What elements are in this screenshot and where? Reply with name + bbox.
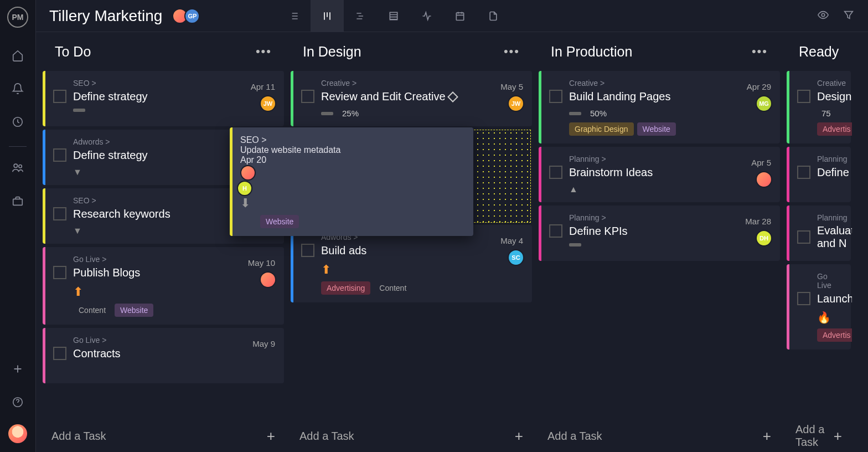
- add-task-button[interactable]: Add a Task+: [42, 420, 285, 452]
- people-icon[interactable]: [7, 157, 29, 179]
- task-checkbox[interactable]: [53, 148, 66, 162]
- assignee-avatar[interactable]: [260, 271, 276, 288]
- column-menu-icon[interactable]: •••: [752, 44, 768, 59]
- card-breadcrumb[interactable]: SEO >: [73, 79, 274, 88]
- task-checkbox[interactable]: [549, 90, 562, 103]
- card-breadcrumb[interactable]: Go Live: [817, 272, 841, 290]
- tag[interactable]: Website: [115, 304, 153, 317]
- task-card[interactable]: Planning >Brainstorm IdeasApr 5▲: [539, 147, 780, 202]
- view-board-icon[interactable]: [311, 0, 344, 32]
- notifications-icon[interactable]: [7, 78, 29, 100]
- card-breadcrumb[interactable]: Go Live >: [73, 255, 274, 264]
- column-title: To Do: [55, 44, 91, 60]
- card-title: Design: [817, 90, 851, 103]
- card-title: Define KPIs: [569, 225, 770, 238]
- task-checkbox[interactable]: [549, 224, 562, 238]
- assignee-avatar[interactable]: SC: [508, 249, 524, 266]
- card-meta: 25%: [321, 109, 522, 118]
- tag[interactable]: Graphic Design: [569, 122, 634, 136]
- task-checkbox[interactable]: [53, 90, 66, 103]
- assignee-avatar[interactable]: JW: [508, 95, 524, 112]
- task-card[interactable]: Go Live >ContractsMay 9: [43, 328, 284, 383]
- visibility-icon[interactable]: [817, 9, 829, 23]
- card-breadcrumb[interactable]: Planning: [817, 213, 841, 222]
- view-activity-icon[interactable]: [410, 0, 443, 32]
- task-card[interactable]: Go Live >Publish BlogsMay 10⬆ContentWebs…: [43, 247, 284, 325]
- card-breadcrumb[interactable]: Planning: [817, 155, 841, 163]
- task-card[interactable]: Creative >Build Landing PagesApr 29MG50%…: [539, 71, 780, 143]
- card-breadcrumb[interactable]: Planning >: [569, 213, 770, 222]
- task-checkbox[interactable]: [797, 292, 810, 305]
- task-checkbox[interactable]: [797, 90, 810, 103]
- task-card[interactable]: Go LiveLaunch🔥Advertis: [787, 264, 851, 350]
- column-menu-icon[interactable]: •••: [504, 44, 520, 59]
- column: In Design•••Creative >Review and Edit Cr…: [290, 32, 533, 452]
- view-files-icon[interactable]: [477, 0, 510, 32]
- task-checkbox[interactable]: [301, 244, 314, 257]
- view-sheet-icon[interactable]: [377, 0, 410, 32]
- add-task-button[interactable]: Add a Task+: [786, 420, 852, 452]
- add-icon[interactable]: [7, 358, 29, 380]
- recent-icon[interactable]: [7, 111, 29, 133]
- task-checkbox[interactable]: [797, 230, 810, 244]
- tag[interactable]: Content: [374, 281, 412, 295]
- view-gantt-icon[interactable]: [344, 0, 377, 32]
- dragging-card[interactable]: SEO > Update website metadata Apr 20 H ⬇…: [230, 127, 473, 236]
- task-card[interactable]: Planning >Define KPIsMar 28DH: [539, 206, 780, 261]
- expand-chevron-icon[interactable]: ▼: [73, 167, 82, 177]
- task-card[interactable]: Adwords >Build adsMay 4SC⬆AdvertisingCon…: [291, 225, 532, 302]
- task-checkbox[interactable]: [549, 166, 562, 179]
- task-card[interactable]: PlanningDefine: [787, 147, 851, 202]
- column-menu-icon[interactable]: •••: [256, 44, 272, 59]
- tag[interactable]: Advertis: [817, 328, 852, 342]
- add-task-button[interactable]: Add a Task+: [290, 420, 533, 452]
- tag[interactable]: Website: [260, 215, 299, 228]
- assignee-avatar[interactable]: [240, 165, 256, 181]
- assignee-avatar[interactable]: JW: [260, 95, 276, 112]
- task-card[interactable]: SEO >Define strategyApr 11JW: [43, 71, 284, 126]
- home-icon[interactable]: [7, 44, 29, 66]
- card-tags: ContentWebsite: [73, 304, 274, 317]
- card-breadcrumb[interactable]: Creative: [817, 79, 841, 88]
- tag[interactable]: Advertising: [321, 281, 370, 295]
- assignee-avatar[interactable]: MG: [756, 95, 772, 112]
- briefcase-icon[interactable]: [7, 190, 29, 212]
- assignee-avatar[interactable]: DH: [756, 230, 772, 246]
- task-checkbox[interactable]: [797, 166, 810, 179]
- progress-text: 75: [822, 109, 831, 118]
- card-meta: [569, 243, 770, 246]
- view-calendar-icon[interactable]: [443, 0, 477, 32]
- expand-chevron-icon[interactable]: ▼: [73, 226, 82, 236]
- tag[interactable]: Advertis: [817, 122, 852, 136]
- add-task-label: Add a Task: [547, 430, 602, 443]
- task-checkbox[interactable]: [53, 266, 66, 279]
- task-card[interactable]: Creative >Review and Edit CreativeMay 5J…: [291, 71, 532, 126]
- project-members[interactable]: GP: [172, 8, 200, 24]
- card-date: Apr 20: [240, 155, 463, 165]
- task-card[interactable]: CreativeDesign75Advertis: [787, 71, 851, 143]
- card-meta: 75: [817, 109, 841, 118]
- user-avatar[interactable]: [8, 424, 27, 443]
- card-assignees: SC: [508, 249, 524, 266]
- task-checkbox[interactable]: [53, 207, 66, 220]
- assignee-avatar[interactable]: [756, 171, 772, 188]
- help-icon[interactable]: [7, 391, 29, 413]
- view-list-icon[interactable]: [277, 0, 311, 32]
- filter-icon[interactable]: [843, 9, 855, 23]
- card-breadcrumb[interactable]: Planning >: [569, 155, 770, 163]
- task-checkbox[interactable]: [301, 90, 314, 103]
- card-title: Build Landing Pages: [569, 90, 770, 103]
- card-breadcrumb[interactable]: Creative >: [321, 79, 522, 88]
- view-switcher: [277, 0, 510, 32]
- priority-bar-icon: [73, 109, 85, 112]
- task-checkbox[interactable]: [53, 347, 66, 360]
- assignee-avatar[interactable]: H: [237, 181, 252, 196]
- add-task-button[interactable]: Add a Task+: [538, 420, 781, 452]
- tag[interactable]: Website: [637, 122, 676, 136]
- member-avatar[interactable]: GP: [184, 8, 200, 24]
- task-card[interactable]: PlanningEvaluate and N: [787, 206, 851, 261]
- tag[interactable]: Content: [73, 304, 111, 317]
- app-logo[interactable]: PM: [7, 7, 28, 28]
- card-breadcrumb[interactable]: Go Live >: [73, 336, 274, 345]
- card-breadcrumb[interactable]: Creative >: [569, 79, 770, 88]
